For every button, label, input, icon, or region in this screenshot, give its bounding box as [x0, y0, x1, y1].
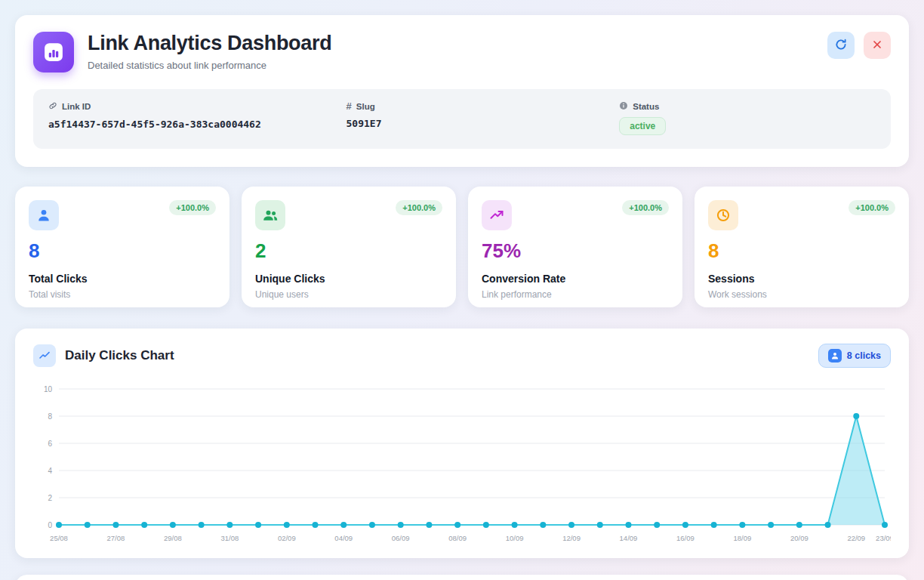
stats-row: +100.0% 8 Total Clicks Total visits +100…: [15, 187, 909, 307]
svg-text:04/09: 04/09: [334, 534, 353, 542]
svg-text:4: 4: [48, 467, 52, 475]
stat-label: Conversion Rate: [482, 273, 669, 285]
daily-clicks-chart: 024681025/0827/0829/0831/0802/0904/0906/…: [33, 378, 891, 548]
status-label: Status: [633, 102, 659, 111]
trending-up-icon: [482, 200, 512, 230]
svg-text:31/08: 31/08: [220, 534, 239, 542]
svg-text:16/09: 16/09: [676, 534, 695, 542]
svg-text:23/09: 23/09: [876, 534, 891, 542]
stat-label: Total Clicks: [29, 273, 216, 285]
stat-value: 8: [29, 239, 216, 263]
svg-text:14/09: 14/09: [620, 534, 638, 542]
svg-text:22/09: 22/09: [847, 534, 865, 542]
svg-text:06/09: 06/09: [392, 534, 410, 542]
svg-text:27/08: 27/08: [107, 534, 125, 542]
stat-label: Unique Clicks: [255, 273, 442, 285]
users-icon: [255, 200, 285, 230]
stat-card-total-clicks: +100.0% 8 Total Clicks Total visits: [15, 187, 229, 307]
link-id-label: Link ID: [62, 102, 91, 111]
stat-card-sessions: +100.0% 8 Sessions Work sessions: [695, 187, 909, 307]
stat-value: 8: [708, 239, 895, 263]
svg-text:8: 8: [48, 412, 52, 421]
slug-field: # Slug 5091E7: [346, 101, 620, 135]
svg-text:0: 0: [48, 521, 52, 529]
slug-label: Slug: [356, 102, 375, 111]
page-subtitle: Detailed statistics about link performan…: [88, 60, 827, 71]
daily-clicks-card: Daily Clicks Chart 8 clicks 024681025/08…: [15, 329, 909, 558]
svg-text:02/09: 02/09: [278, 534, 296, 542]
user-icon: [29, 200, 59, 230]
clicks-count-badge: 8 clicks: [818, 344, 891, 368]
page-title: Link Analytics Dashboard: [88, 32, 827, 55]
svg-text:6: 6: [48, 440, 52, 448]
hash-icon: #: [346, 101, 352, 111]
stat-sublabel: Total visits: [29, 289, 216, 300]
slug-value: 5091E7: [346, 118, 620, 129]
close-button[interactable]: [864, 32, 891, 59]
svg-text:10: 10: [44, 385, 53, 393]
svg-text:20/09: 20/09: [790, 534, 808, 542]
stat-value: 75%: [482, 239, 669, 263]
header-card: Link Analytics Dashboard Detailed statis…: [15, 15, 909, 167]
line-chart-icon: [33, 344, 56, 367]
refresh-button[interactable]: [827, 32, 855, 59]
svg-text:12/09: 12/09: [562, 534, 581, 542]
stat-value: 2: [255, 239, 442, 263]
clicks-count-label: 8 clicks: [847, 350, 881, 361]
stat-card-unique-clicks: +100.0% 2 Unique Clicks Unique users: [242, 187, 456, 307]
stat-sublabel: Unique users: [255, 289, 442, 300]
svg-text:2: 2: [48, 494, 52, 502]
delta-badge: +100.0%: [849, 200, 895, 215]
info-icon: [619, 101, 628, 112]
stat-card-conversion-rate: +100.0% 75% Conversion Rate Link perform…: [468, 187, 682, 307]
svg-text:29/08: 29/08: [164, 534, 182, 542]
svg-text:08/09: 08/09: [448, 534, 467, 542]
stat-sublabel: Link performance: [482, 289, 669, 300]
stat-label: Sessions: [708, 273, 895, 285]
link-info-bar: Link ID a5f14437-657d-45f5-926a-383ca000…: [33, 89, 891, 149]
user-icon: [828, 349, 842, 362]
next-section-card: [15, 575, 909, 580]
delta-badge: +100.0%: [169, 200, 216, 215]
link-icon: [48, 101, 57, 112]
svg-text:10/09: 10/09: [506, 534, 524, 542]
delta-badge: +100.0%: [622, 200, 669, 215]
svg-text:25/08: 25/08: [50, 534, 68, 542]
close-icon: [871, 39, 883, 53]
bar-chart-icon: [33, 32, 74, 72]
clock-icon: [708, 200, 738, 230]
refresh-icon: [834, 38, 848, 54]
delta-badge: +100.0%: [396, 200, 442, 215]
stat-sublabel: Work sessions: [708, 289, 895, 300]
status-field: Status active: [619, 101, 876, 135]
svg-text:18/09: 18/09: [733, 534, 751, 542]
chart-title: Daily Clicks Chart: [65, 348, 818, 363]
status-badge: active: [619, 117, 666, 135]
link-id-field: Link ID a5f14437-657d-45f5-926a-383ca000…: [48, 101, 346, 135]
link-id-value: a5f14437-657d-45f5-926a-383ca0004462: [48, 119, 346, 130]
